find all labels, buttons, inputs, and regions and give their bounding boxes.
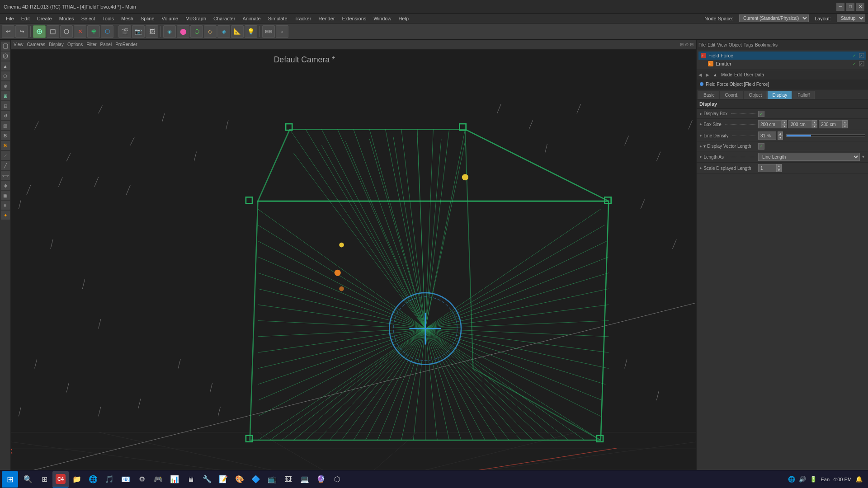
taskbar-app3[interactable]: ⚙: [134, 471, 150, 488]
mode-motion[interactable]: ⬡: [1, 71, 10, 80]
taskbar-browser[interactable]: 🌐: [85, 471, 101, 488]
mode-star[interactable]: ✦: [1, 211, 10, 220]
move-tool-button[interactable]: [33, 25, 46, 38]
menu-extensions[interactable]: Extensions: [339, 15, 369, 22]
taskbar-app12[interactable]: 🖼: [280, 471, 297, 488]
box-size-z-input[interactable]: [819, 120, 842, 128]
volume-icon[interactable]: 🔊: [799, 476, 806, 483]
taskbar-app6[interactable]: 🖥: [183, 471, 199, 488]
obj-camera-button[interactable]: 📐: [231, 25, 244, 38]
obj-scene-button[interactable]: ◈: [217, 25, 230, 38]
mode-sculpt[interactable]: ▲: [1, 61, 10, 70]
om-tags-menu[interactable]: Tags: [744, 42, 753, 47]
display-box-checkbox[interactable]: [758, 111, 764, 117]
menu-simulate[interactable]: Simulate: [265, 15, 291, 22]
menu-mesh[interactable]: Mesh: [118, 15, 137, 22]
notification-icon[interactable]: 🔔: [855, 476, 863, 483]
mode-objects[interactable]: [1, 42, 10, 51]
scale-tool-button[interactable]: [47, 25, 59, 38]
menu-help[interactable]: Help: [395, 15, 412, 22]
render-to-po-button[interactable]: 🖼: [146, 25, 158, 38]
menu-animate[interactable]: Animate: [239, 15, 264, 22]
am-nav-fwd[interactable]: ▶: [706, 72, 709, 77]
network-icon[interactable]: 🌐: [788, 476, 795, 483]
menu-volume[interactable]: Volume: [159, 15, 182, 22]
box-size-z-down[interactable]: ▼: [842, 124, 848, 128]
render-button[interactable]: 🎬: [118, 25, 131, 38]
tool5-button[interactable]: ⬡: [101, 25, 113, 38]
scale-displayed-up[interactable]: ▲: [776, 164, 782, 168]
taskbar-app2[interactable]: 📧: [118, 471, 134, 488]
sym-btn[interactable]: ⊟⊟: [262, 25, 275, 38]
mode-scale[interactable]: ⊟: [1, 101, 10, 110]
field-force-check1[interactable]: ✓: [852, 53, 857, 58]
box-size-x-input[interactable]: [758, 120, 782, 128]
om-file-menu[interactable]: File: [698, 42, 706, 47]
display-vector-checkbox[interactable]: [758, 143, 764, 150]
obj-cube-button[interactable]: ◈: [163, 25, 176, 38]
obj-light-button[interactable]: 💡: [245, 25, 257, 38]
render-region-button[interactable]: 📷: [132, 25, 145, 38]
box-size-y-down[interactable]: ▼: [812, 124, 817, 128]
tab-display[interactable]: Display: [767, 91, 792, 99]
box-size-x-up[interactable]: ▲: [782, 120, 787, 124]
taskbar-app8[interactable]: 📝: [215, 471, 231, 488]
emitter-check1[interactable]: ✓: [852, 61, 857, 66]
minimize-button[interactable]: ─: [836, 3, 844, 11]
menu-tracker[interactable]: Tracker: [292, 15, 315, 22]
tool3-button[interactable]: ✕: [74, 25, 86, 38]
taskbar-app9[interactable]: 🎨: [231, 471, 248, 488]
menu-select[interactable]: Select: [78, 15, 99, 22]
taskbar-app5[interactable]: 📊: [166, 471, 183, 488]
taskbar-search[interactable]: 🔍: [20, 471, 36, 488]
battery-icon[interactable]: 🔋: [810, 476, 817, 483]
mode-layers[interactable]: ≡: [1, 201, 10, 210]
mode-rotate[interactable]: ↺: [1, 111, 10, 120]
am-nav-back[interactable]: ◀: [698, 72, 702, 77]
viewport-canvas[interactable]: Grid Spacing: 100 cm Perspective Default…: [11, 50, 696, 488]
menu-create[interactable]: Create: [34, 15, 55, 22]
taskbar-app14[interactable]: 🔮: [313, 471, 329, 488]
box-size-y-up[interactable]: ▲: [812, 120, 817, 124]
taskbar-app7[interactable]: 🔧: [199, 471, 215, 488]
mode-spline-tool[interactable]: ⟋: [1, 151, 10, 160]
line-density-up[interactable]: ▲: [778, 131, 783, 136]
om-view-menu[interactable]: View: [717, 42, 727, 47]
tab-falloff[interactable]: Falloff: [793, 91, 815, 99]
taskbar-task-view[interactable]: ⊞: [36, 471, 52, 488]
vp-filter-menu[interactable]: Filter: [86, 42, 96, 47]
am-user-data[interactable]: User Data: [744, 72, 764, 77]
menu-tools[interactable]: Tools: [99, 15, 117, 22]
mode-knife[interactable]: ╱: [1, 161, 10, 170]
menu-mograph[interactable]: MoGraph: [182, 15, 209, 22]
tab-basic[interactable]: Basic: [698, 91, 719, 99]
vp-cameras-menu[interactable]: Cameras: [27, 42, 46, 47]
maximize-button[interactable]: □: [846, 3, 854, 11]
menu-window[interactable]: Window: [370, 15, 394, 22]
mode-s[interactable]: S: [1, 131, 10, 140]
line-density-slider[interactable]: [786, 134, 865, 137]
wrap-btn[interactable]: ⬦: [276, 25, 288, 38]
om-bookmarks-menu[interactable]: Bookmarks: [755, 42, 778, 47]
mode-move[interactable]: ⊞: [1, 91, 10, 100]
emitter-check2[interactable]: ✓: [859, 61, 864, 66]
om-field-force-item[interactable]: F Field Force ✓ ✓: [698, 52, 866, 60]
obj-spline-button[interactable]: ⬤: [177, 25, 189, 38]
tab-coord[interactable]: Coord.: [720, 91, 743, 99]
undo-button[interactable]: ↩: [2, 25, 14, 38]
vp-panel-menu[interactable]: Panel: [100, 42, 112, 47]
taskbar-app11[interactable]: 📺: [264, 471, 280, 488]
am-mode[interactable]: Mode: [721, 72, 732, 77]
obj-deform-button[interactable]: ◇: [204, 25, 217, 38]
field-force-check2[interactable]: ✓: [859, 53, 864, 58]
menu-spline[interactable]: Spline: [137, 15, 158, 22]
line-density-down[interactable]: ▼: [778, 136, 783, 140]
taskbar-explorer[interactable]: 📁: [69, 471, 85, 488]
taskbar-app13[interactable]: 💻: [297, 471, 313, 488]
om-emitter-item[interactable]: E Emitter ✓ ✓: [698, 60, 866, 68]
scale-displayed-input[interactable]: [758, 164, 776, 172]
taskbar-app1[interactable]: 🎵: [101, 471, 118, 488]
scale-displayed-down[interactable]: ▼: [776, 168, 782, 172]
mode-mat-layers[interactable]: ▦: [1, 191, 10, 200]
menu-modes[interactable]: Modes: [56, 15, 77, 22]
